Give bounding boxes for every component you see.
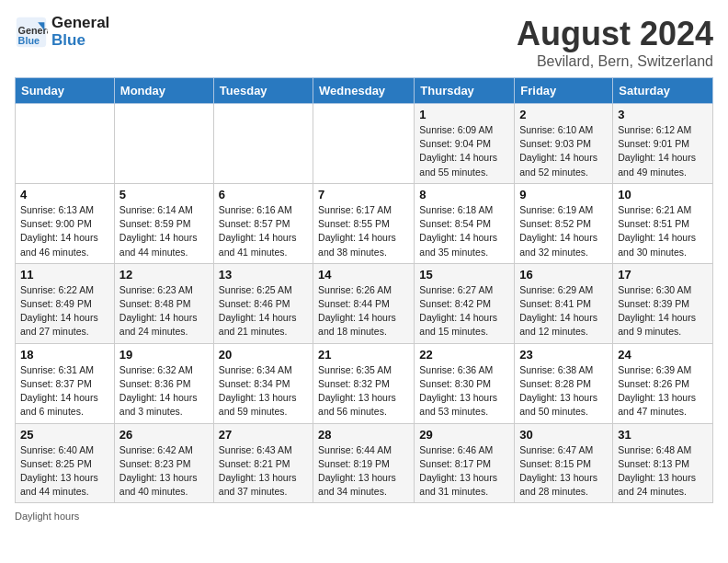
day-number: 30	[519, 428, 608, 442]
day-cell: 8Sunrise: 6:18 AM Sunset: 8:54 PM Daylig…	[415, 183, 515, 263]
day-info: Sunrise: 6:29 AM Sunset: 8:41 PM Dayligh…	[519, 283, 608, 339]
day-info: Sunrise: 6:17 AM Sunset: 8:55 PM Dayligh…	[318, 203, 409, 259]
day-cell: 19Sunrise: 6:32 AM Sunset: 8:36 PM Dayli…	[114, 343, 213, 423]
day-number: 13	[219, 268, 308, 282]
day-number: 18	[20, 348, 109, 362]
logo-icon: General Blue	[15, 16, 48, 49]
day-cell	[313, 104, 415, 184]
day-info: Sunrise: 6:21 AM Sunset: 8:51 PM Dayligh…	[618, 203, 708, 259]
day-cell: 22Sunrise: 6:36 AM Sunset: 8:30 PM Dayli…	[415, 343, 515, 423]
day-number: 6	[219, 188, 308, 201]
location-title: Bevilard, Bern, Switzerland	[517, 53, 713, 70]
day-cell: 24Sunrise: 6:39 AM Sunset: 8:26 PM Dayli…	[613, 343, 713, 423]
day-info: Sunrise: 6:38 AM Sunset: 8:28 PM Dayligh…	[519, 363, 608, 419]
day-info: Sunrise: 6:23 AM Sunset: 8:48 PM Dayligh…	[119, 283, 209, 339]
day-info: Sunrise: 6:39 AM Sunset: 8:26 PM Dayligh…	[618, 363, 708, 419]
day-cell: 30Sunrise: 6:47 AM Sunset: 8:15 PM Dayli…	[515, 423, 613, 503]
day-number: 8	[419, 188, 509, 201]
day-number: 27	[219, 428, 308, 442]
day-cell: 23Sunrise: 6:38 AM Sunset: 8:28 PM Dayli…	[515, 343, 613, 423]
day-cell	[213, 104, 313, 184]
day-info: Sunrise: 6:30 AM Sunset: 8:39 PM Dayligh…	[618, 283, 708, 339]
day-number: 12	[119, 268, 209, 282]
day-cell: 13Sunrise: 6:25 AM Sunset: 8:46 PM Dayli…	[213, 263, 313, 343]
day-cell: 20Sunrise: 6:34 AM Sunset: 8:34 PM Dayli…	[213, 343, 313, 423]
day-info: Sunrise: 6:12 AM Sunset: 9:01 PM Dayligh…	[618, 123, 708, 179]
day-number: 4	[20, 188, 109, 201]
weekday-header-thursday: Thursday	[415, 78, 515, 104]
day-cell: 27Sunrise: 6:43 AM Sunset: 8:21 PM Dayli…	[213, 423, 313, 503]
day-info: Sunrise: 6:32 AM Sunset: 8:36 PM Dayligh…	[119, 363, 209, 419]
day-info: Sunrise: 6:34 AM Sunset: 8:34 PM Dayligh…	[219, 363, 308, 419]
day-number: 31	[618, 428, 708, 442]
day-number: 10	[618, 188, 708, 201]
day-cell: 12Sunrise: 6:23 AM Sunset: 8:48 PM Dayli…	[114, 263, 213, 343]
day-info: Sunrise: 6:18 AM Sunset: 8:54 PM Dayligh…	[419, 203, 509, 259]
day-cell: 7Sunrise: 6:17 AM Sunset: 8:55 PM Daylig…	[313, 183, 415, 263]
day-cell: 11Sunrise: 6:22 AM Sunset: 8:49 PM Dayli…	[16, 263, 115, 343]
weekday-header-saturday: Saturday	[613, 78, 713, 104]
day-number: 15	[419, 268, 509, 282]
logo: General Blue General Blue	[15, 15, 109, 49]
day-number: 28	[318, 428, 409, 442]
day-info: Sunrise: 6:36 AM Sunset: 8:30 PM Dayligh…	[419, 363, 509, 419]
day-info: Sunrise: 6:09 AM Sunset: 9:04 PM Dayligh…	[419, 123, 509, 179]
day-number: 29	[419, 428, 509, 442]
day-info: Sunrise: 6:46 AM Sunset: 8:17 PM Dayligh…	[419, 443, 509, 500]
day-number: 22	[419, 348, 509, 362]
day-cell: 14Sunrise: 6:26 AM Sunset: 8:44 PM Dayli…	[313, 263, 415, 343]
day-number: 1	[419, 108, 509, 121]
day-info: Sunrise: 6:13 AM Sunset: 9:00 PM Dayligh…	[20, 203, 109, 259]
day-cell: 25Sunrise: 6:40 AM Sunset: 8:25 PM Dayli…	[16, 423, 115, 503]
weekday-header-friday: Friday	[515, 78, 613, 104]
week-row-4: 18Sunrise: 6:31 AM Sunset: 8:37 PM Dayli…	[16, 343, 713, 423]
title-block: August 2024 Bevilard, Bern, Switzerland	[517, 15, 713, 70]
weekday-header-wednesday: Wednesday	[313, 78, 415, 104]
day-cell: 1Sunrise: 6:09 AM Sunset: 9:04 PM Daylig…	[415, 104, 515, 184]
day-cell: 21Sunrise: 6:35 AM Sunset: 8:32 PM Dayli…	[313, 343, 415, 423]
week-row-1: 1Sunrise: 6:09 AM Sunset: 9:04 PM Daylig…	[16, 104, 713, 184]
day-number: 26	[119, 428, 209, 442]
day-cell: 31Sunrise: 6:48 AM Sunset: 8:13 PM Dayli…	[613, 423, 713, 503]
day-number: 9	[519, 188, 608, 201]
header: General Blue General Blue August 2024 Be…	[15, 15, 713, 70]
day-info: Sunrise: 6:31 AM Sunset: 8:37 PM Dayligh…	[20, 363, 109, 419]
day-info: Sunrise: 6:42 AM Sunset: 8:23 PM Dayligh…	[119, 443, 209, 500]
footer: Daylight hours	[15, 511, 713, 522]
day-cell: 2Sunrise: 6:10 AM Sunset: 9:03 PM Daylig…	[515, 104, 613, 184]
day-cell: 10Sunrise: 6:21 AM Sunset: 8:51 PM Dayli…	[613, 183, 713, 263]
day-cell: 15Sunrise: 6:27 AM Sunset: 8:42 PM Dayli…	[415, 263, 515, 343]
weekday-header-row: SundayMondayTuesdayWednesdayThursdayFrid…	[16, 78, 713, 104]
week-row-2: 4Sunrise: 6:13 AM Sunset: 9:00 PM Daylig…	[16, 183, 713, 263]
day-number: 21	[318, 348, 409, 362]
day-cell: 9Sunrise: 6:19 AM Sunset: 8:52 PM Daylig…	[515, 183, 613, 263]
day-cell: 16Sunrise: 6:29 AM Sunset: 8:41 PM Dayli…	[515, 263, 613, 343]
day-info: Sunrise: 6:14 AM Sunset: 8:59 PM Dayligh…	[119, 203, 209, 259]
day-cell: 26Sunrise: 6:42 AM Sunset: 8:23 PM Dayli…	[114, 423, 213, 503]
logo-general: General	[51, 15, 109, 32]
day-number: 11	[20, 268, 109, 282]
svg-text:Blue: Blue	[18, 34, 40, 45]
day-info: Sunrise: 6:43 AM Sunset: 8:21 PM Dayligh…	[219, 443, 308, 500]
day-info: Sunrise: 6:19 AM Sunset: 8:52 PM Dayligh…	[519, 203, 608, 259]
day-number: 16	[519, 268, 608, 282]
month-title: August 2024	[517, 15, 713, 53]
day-cell: 6Sunrise: 6:16 AM Sunset: 8:57 PM Daylig…	[213, 183, 313, 263]
weekday-header-tuesday: Tuesday	[213, 78, 313, 104]
day-number: 5	[119, 188, 209, 201]
day-number: 14	[318, 268, 409, 282]
day-number: 24	[618, 348, 708, 362]
day-number: 3	[618, 108, 708, 121]
calendar-table: SundayMondayTuesdayWednesdayThursdayFrid…	[15, 77, 713, 503]
day-info: Sunrise: 6:40 AM Sunset: 8:25 PM Dayligh…	[20, 443, 109, 500]
day-info: Sunrise: 6:16 AM Sunset: 8:57 PM Dayligh…	[219, 203, 308, 259]
day-info: Sunrise: 6:44 AM Sunset: 8:19 PM Dayligh…	[318, 443, 409, 500]
day-number: 23	[519, 348, 608, 362]
day-cell: 17Sunrise: 6:30 AM Sunset: 8:39 PM Dayli…	[613, 263, 713, 343]
day-cell	[114, 104, 213, 184]
day-number: 25	[20, 428, 109, 442]
day-cell: 3Sunrise: 6:12 AM Sunset: 9:01 PM Daylig…	[613, 104, 713, 184]
day-info: Sunrise: 6:35 AM Sunset: 8:32 PM Dayligh…	[318, 363, 409, 419]
day-info: Sunrise: 6:26 AM Sunset: 8:44 PM Dayligh…	[318, 283, 409, 339]
weekday-header-sunday: Sunday	[16, 78, 115, 104]
